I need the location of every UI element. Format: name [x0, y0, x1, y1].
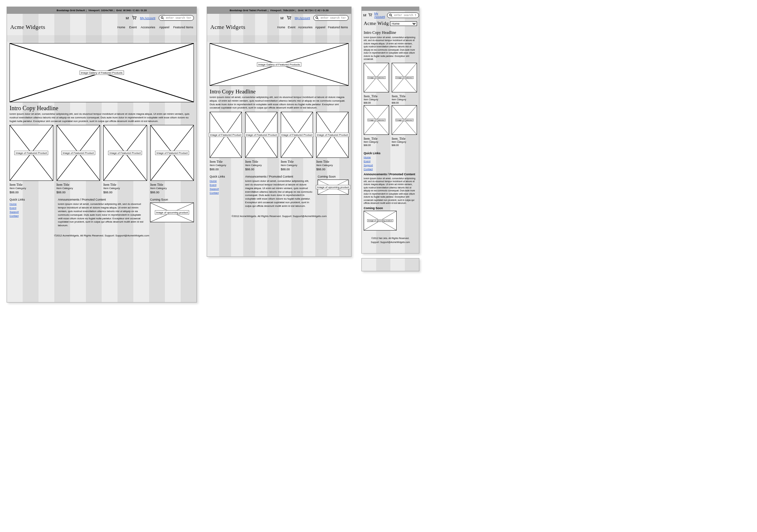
footer: ©2012 AcmeWidgets. All Rights Reserved. … — [7, 230, 197, 243]
promo-body: lorem ipsum dolor sit amet, consectetur … — [364, 177, 417, 205]
product-row: Image of Featured Product Item Title Ite… — [210, 112, 348, 171]
nav-event[interactable]: Event — [129, 26, 136, 29]
hero-caption: Image Gallery of Featured Products — [80, 71, 124, 75]
hero-caption: Image Gallery of Featured Products — [257, 63, 301, 67]
qlink-home[interactable]: Home — [10, 203, 53, 206]
cart-count: 12 — [363, 14, 366, 17]
product-row: Image of Featured Item_Title Item Catego… — [364, 105, 417, 146]
svg-line-3 — [163, 18, 164, 19]
product-card[interactable]: Image of Featured Product Item Title Ite… — [210, 112, 242, 171]
svg-point-18 — [316, 17, 318, 19]
search-field[interactable] — [159, 15, 194, 21]
svg-point-16 — [288, 18, 289, 19]
qlink-support[interactable]: Support — [10, 210, 53, 213]
quick-links: Quick Links Home Event Support Contact — [210, 175, 241, 208]
my-account-link[interactable]: My Account — [294, 16, 310, 20]
qlink-event[interactable]: Event — [364, 160, 417, 163]
intro-body: lorem ipsum dolor sit amet, consectetur … — [362, 36, 419, 61]
product-row: Image of Featured Product Item Title Ite… — [10, 125, 194, 194]
promo-block: Announcements / Promoted Content lorem i… — [245, 175, 313, 208]
qlink-contact[interactable]: Contact — [364, 168, 417, 171]
brand-logo: Acme Widgets — [10, 24, 45, 31]
my-account-link[interactable]: My Account — [374, 12, 385, 18]
nav-event[interactable]: Event — [288, 26, 295, 29]
nav-apparel[interactable]: Apparel — [159, 26, 169, 29]
footer: ©2012 AcmeWidgets. All Rights Reserved. … — [207, 211, 351, 224]
hero-image: Image Gallery of Featured Products — [10, 43, 194, 102]
cart-count: 12 — [125, 16, 129, 20]
product-card[interactable]: Image of Featured Product Item Title Ite… — [281, 112, 313, 171]
brand-logo: Acme Widgets — [210, 24, 246, 31]
svg-point-2 — [161, 17, 163, 19]
product-card[interactable]: Image of Featured Item_Title Item Catego… — [364, 105, 389, 146]
nav-acces[interactable]: Accesories — [140, 26, 155, 29]
cart-icon[interactable] — [287, 16, 291, 20]
product-card[interactable]: Image of Featured Product Item Title Ite… — [245, 112, 278, 171]
wireframe-default: Bootstrap Grid Default| Viewport: 1024x7… — [7, 7, 197, 302]
qlink-event[interactable]: Event — [210, 183, 241, 186]
product-card[interactable]: Image of Featured Product Item Title Ite… — [10, 125, 53, 194]
search-field[interactable] — [313, 15, 348, 21]
cart-icon[interactable] — [368, 13, 372, 17]
product-card[interactable]: Image of Featured Product Item Title Ite… — [103, 125, 147, 194]
quick-links: Quick Links Home Event Support Contact — [10, 198, 53, 228]
intro-headline: Intro Copy Headline — [10, 105, 194, 112]
main-nav: Home Event Accesories Apparel Featured I… — [277, 26, 348, 29]
my-account-link[interactable]: My Account — [140, 16, 155, 20]
qlink-home[interactable]: Home — [364, 156, 417, 159]
brand-logo: Acme Widg — [364, 21, 389, 26]
hero-image: Image Gallery of Featured Products — [210, 43, 348, 86]
product-card[interactable]: Image of Featured Product Item Title Ite… — [316, 112, 348, 171]
qlink-support[interactable]: Support — [210, 187, 241, 190]
svg-point-0 — [134, 18, 134, 19]
product-card[interactable]: Image of Featured Product Item Title Ite… — [150, 125, 194, 194]
search-field[interactable] — [387, 13, 419, 18]
svg-point-34 — [389, 14, 391, 16]
svg-point-1 — [135, 18, 136, 19]
coming-soon: Coming Soon Image of upcoming product — [318, 175, 348, 208]
svg-line-19 — [318, 18, 318, 19]
viewport-titlebar: Bootstrap Grid Default| Viewport: 1024x7… — [7, 7, 197, 14]
svg-point-32 — [370, 16, 370, 16]
main-nav: Home Event Accesories Apparel Featured I… — [117, 26, 193, 29]
search-input[interactable] — [320, 16, 346, 20]
nav-home[interactable]: Home — [117, 26, 125, 29]
qlink-event[interactable]: Event — [10, 207, 53, 210]
search-icon — [161, 16, 164, 19]
product-row: Image of Featured Item_Title Item Catego… — [364, 63, 417, 104]
svg-point-33 — [371, 16, 372, 16]
search-input[interactable] — [394, 14, 417, 17]
intro-headline: Intro Copy Headline — [364, 30, 417, 35]
quick-links: Home Event Support Contact — [364, 156, 417, 171]
cart-count: 12 — [280, 16, 284, 20]
coming-soon: Coming Soon Image of upcoming product — [150, 198, 194, 228]
nav-apparel[interactable]: Apparel — [315, 26, 325, 29]
search-input[interactable] — [165, 16, 192, 20]
intro-body: lorem ipsum dolor sit amet, consectetur … — [10, 112, 194, 123]
nav-featured[interactable]: Featured Items — [328, 26, 348, 29]
search-icon — [389, 14, 392, 17]
nav-home[interactable]: Home — [277, 26, 285, 29]
viewport-titlebar — [362, 7, 419, 11]
search-icon — [316, 16, 318, 19]
qlink-contact[interactable]: Contact — [210, 191, 241, 194]
promo-block: Announcements / Promoted Content lorem i… — [58, 198, 145, 228]
qlink-contact[interactable]: Contact — [10, 214, 53, 217]
nav-select[interactable]: Home — [390, 21, 417, 26]
product-card[interactable]: Image of Featured Item_Title Item Catego… — [392, 105, 417, 146]
qlink-home[interactable]: Home — [210, 180, 241, 182]
viewport-titlebar: Bootstrap Grid Tablet Portrait| Viewport… — [207, 7, 351, 14]
nav-featured[interactable]: Featured Items — [173, 26, 193, 29]
wireframe-mobile: 12 My Account Acme Widg Home Intro Copy … — [361, 7, 419, 254]
intro-body: lorem ipsum dolor sit amet, consectetur … — [210, 96, 348, 110]
wireframe-mobile-extra — [361, 258, 419, 271]
product-card[interactable]: Image of Featured Item_Title Item Catego… — [364, 63, 389, 104]
cart-icon[interactable] — [132, 16, 136, 20]
coming-soon: Image of upcoming product — [364, 211, 417, 231]
qlink-support[interactable]: Support — [364, 164, 417, 167]
product-card[interactable]: Image of Featured Product Item Title Ite… — [57, 125, 100, 194]
nav-acces[interactable]: Accesories — [298, 26, 312, 29]
intro-headline: Intro Copy Headline — [210, 89, 348, 95]
product-card[interactable]: Image of Featured Item_Title Item Catego… — [392, 63, 417, 104]
svg-point-17 — [290, 18, 290, 19]
